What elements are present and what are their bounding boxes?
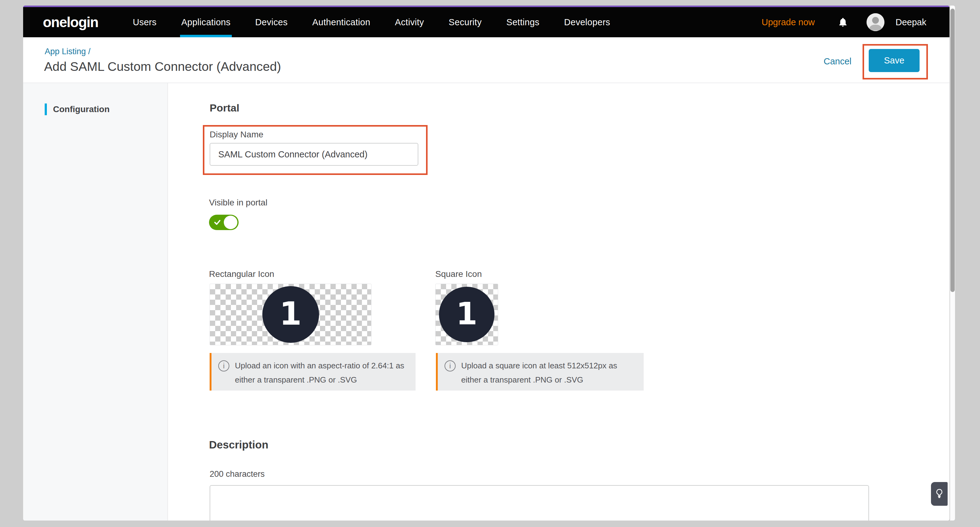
checkmark-icon bbox=[214, 219, 221, 226]
nav-item-activity[interactable]: Activity bbox=[395, 7, 424, 37]
nav-item-label: Authentication bbox=[312, 17, 370, 27]
nav-item-label: Applications bbox=[181, 17, 231, 27]
nav-item-authentication[interactable]: Authentication bbox=[312, 7, 370, 37]
help-lightbulb-button[interactable] bbox=[931, 482, 948, 506]
nav-item-label: Devices bbox=[255, 17, 288, 27]
onelogin-logo[interactable]: onelogin bbox=[43, 14, 98, 30]
scrollbar-track[interactable] bbox=[950, 6, 955, 521]
character-counter: 200 characters bbox=[210, 470, 265, 478]
nav-item-label: Security bbox=[449, 17, 482, 27]
display-name-input[interactable] bbox=[210, 143, 418, 166]
rect-icon-help-text: Upload an icon with an aspect-ratio of 2… bbox=[235, 359, 409, 390]
info-icon: i bbox=[444, 360, 456, 371]
scrollbar-thumb[interactable] bbox=[950, 9, 955, 292]
app-window: onelogin Users Applications Devices Auth… bbox=[23, 6, 950, 521]
nav-item-settings[interactable]: Settings bbox=[506, 7, 539, 37]
info-icon: i bbox=[218, 360, 229, 371]
nav-item-devices[interactable]: Devices bbox=[255, 7, 288, 37]
visible-in-portal-label: Visible in portal bbox=[209, 198, 267, 207]
square-icon-info-box: i Upload a square icon at least 512x512p… bbox=[436, 353, 644, 390]
save-button[interactable]: Save bbox=[869, 49, 920, 72]
active-tab-indicator bbox=[180, 35, 232, 37]
sidebar: Configuration bbox=[23, 83, 168, 521]
visible-in-portal-toggle[interactable] bbox=[209, 215, 239, 230]
onelogin-app-icon: 1 bbox=[262, 286, 319, 343]
nav-item-label: Settings bbox=[506, 17, 539, 27]
rectangular-icon-label: Rectangular Icon bbox=[209, 270, 274, 278]
square-icon-label: Square Icon bbox=[435, 270, 482, 278]
main-content: Portal Display Name Visible in portal Re… bbox=[168, 83, 950, 521]
square-icon-help-text: Upload a square icon at least 512x512px … bbox=[461, 359, 638, 390]
nav-item-label: Developers bbox=[564, 17, 610, 27]
nav-item-applications[interactable]: Applications bbox=[181, 7, 231, 37]
portal-heading: Portal bbox=[210, 103, 239, 113]
nav-item-label: Users bbox=[133, 17, 157, 27]
top-nav: onelogin Users Applications Devices Auth… bbox=[23, 7, 950, 37]
lightbulb-icon bbox=[934, 488, 944, 500]
user-name[interactable]: Deepak bbox=[896, 17, 926, 27]
user-avatar[interactable] bbox=[867, 13, 885, 31]
nav-item-label: Activity bbox=[395, 17, 424, 27]
active-item-indicator bbox=[45, 103, 47, 115]
onelogin-app-icon: 1 bbox=[439, 287, 495, 342]
toggle-knob bbox=[224, 216, 237, 229]
upgrade-now-link[interactable]: Upgrade now bbox=[762, 17, 815, 27]
description-textarea[interactable] bbox=[210, 485, 869, 521]
square-icon-preview[interactable]: 1 bbox=[435, 284, 498, 345]
nav-item-developers[interactable]: Developers bbox=[564, 7, 610, 37]
breadcrumb[interactable]: App Listing / bbox=[45, 47, 91, 56]
sidebar-item-label: Configuration bbox=[53, 105, 110, 114]
cancel-button[interactable]: Cancel bbox=[824, 56, 851, 67]
page-header: App Listing / Add SAML Custom Connector … bbox=[23, 37, 950, 83]
page-title: Add SAML Custom Connector (Advanced) bbox=[44, 59, 281, 74]
page-body: Configuration Portal Display Name Visibl… bbox=[23, 83, 950, 521]
rectangular-icon-preview[interactable]: 1 bbox=[210, 284, 371, 345]
notifications-bell-icon[interactable] bbox=[838, 16, 848, 28]
nav-item-users[interactable]: Users bbox=[133, 7, 157, 37]
nav-item-security[interactable]: Security bbox=[449, 7, 482, 37]
description-heading: Description bbox=[209, 439, 269, 450]
sidebar-item-configuration[interactable]: Configuration bbox=[45, 103, 110, 115]
rect-icon-info-box: i Upload an icon with an aspect-ratio of… bbox=[210, 353, 415, 390]
nav-menu: Users Applications Devices Authenticatio… bbox=[133, 7, 610, 37]
nav-right-group: Upgrade now Deepak bbox=[762, 13, 926, 31]
display-name-label: Display Name bbox=[210, 130, 263, 139]
